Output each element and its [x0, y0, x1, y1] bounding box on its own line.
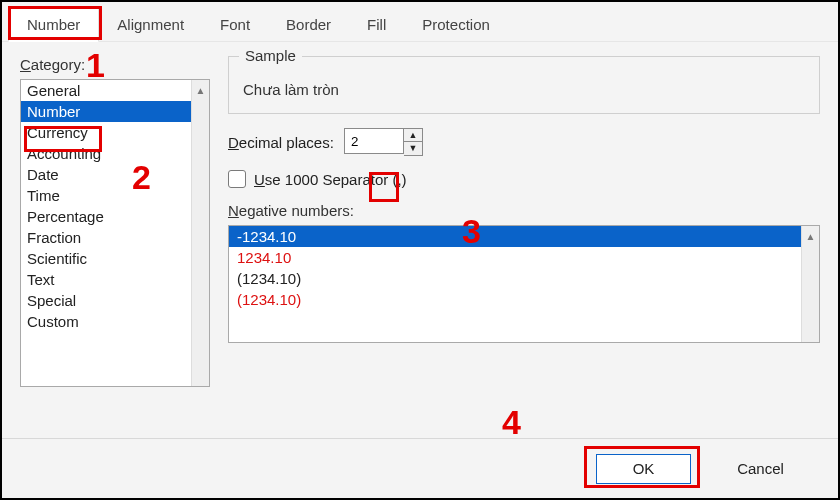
decimal-places-row: Decimal places: ▲ ▼	[228, 128, 820, 156]
negative-item-1[interactable]: 1234.10	[229, 247, 801, 268]
category-item-currency[interactable]: Currency	[21, 122, 191, 143]
negative-numbers-label: Negative numbers:	[228, 202, 820, 219]
decimal-places-label: Decimal places:	[228, 134, 334, 151]
thousand-separator-checkbox[interactable]	[228, 170, 246, 188]
spinner-up-icon[interactable]: ▲	[404, 129, 422, 142]
negative-numbers-listbox[interactable]: -1234.10 1234.10 (1234.10) (1234.10) ▲	[228, 225, 820, 343]
cancel-button[interactable]: Cancel	[713, 454, 808, 484]
decimal-places-input[interactable]	[344, 128, 404, 154]
category-item-text[interactable]: Text	[21, 269, 191, 290]
negative-scrollbar[interactable]: ▲	[801, 226, 819, 342]
spinner-down-icon[interactable]: ▼	[404, 142, 422, 155]
number-options-panel: Sample Chưa làm tròn Decimal places: ▲ ▼	[228, 56, 820, 422]
ok-button[interactable]: OK	[596, 454, 691, 484]
category-item-time[interactable]: Time	[21, 185, 191, 206]
dialog-footer: OK Cancel	[2, 438, 838, 498]
thousand-separator-label: Use 1000 Separator (,)	[254, 171, 407, 188]
tab-border[interactable]: Border	[268, 8, 349, 41]
negative-item-3[interactable]: (1234.10)	[229, 289, 801, 310]
dialog-content: Category: General Number Currency Accoun…	[2, 42, 838, 422]
negative-numbers-section: Negative numbers: -1234.10 1234.10 (1234…	[228, 202, 820, 343]
category-listbox[interactable]: General Number Currency Accounting Date …	[20, 79, 210, 387]
category-item-scientific[interactable]: Scientific	[21, 248, 191, 269]
category-item-date[interactable]: Date	[21, 164, 191, 185]
category-item-custom[interactable]: Custom	[21, 311, 191, 332]
category-item-percentage[interactable]: Percentage	[21, 206, 191, 227]
tab-alignment[interactable]: Alignment	[99, 8, 202, 41]
category-item-accounting[interactable]: Accounting	[21, 143, 191, 164]
tab-number[interactable]: Number	[8, 7, 99, 42]
sample-value: Chưa làm tròn	[243, 81, 805, 99]
category-panel: Category: General Number Currency Accoun…	[20, 56, 210, 422]
category-scrollbar[interactable]: ▲	[191, 80, 209, 386]
decimal-places-spinner[interactable]: ▲ ▼	[344, 128, 423, 156]
tab-fill[interactable]: Fill	[349, 8, 404, 41]
negative-item-0[interactable]: -1234.10	[229, 226, 801, 247]
format-cells-dialog: Number Alignment Font Border Fill Protec…	[0, 0, 840, 500]
dialog-tabs: Number Alignment Font Border Fill Protec…	[2, 2, 838, 42]
tab-protection[interactable]: Protection	[404, 8, 508, 41]
negative-item-2[interactable]: (1234.10)	[229, 268, 801, 289]
scroll-up-icon[interactable]: ▲	[192, 80, 209, 100]
scroll-up-icon[interactable]: ▲	[802, 226, 819, 246]
thousand-separator-row: Use 1000 Separator (,)	[228, 170, 820, 188]
category-item-special[interactable]: Special	[21, 290, 191, 311]
tab-font[interactable]: Font	[202, 8, 268, 41]
category-item-general[interactable]: General	[21, 80, 191, 101]
sample-group: Sample Chưa làm tròn	[228, 56, 820, 114]
category-item-number[interactable]: Number	[21, 101, 191, 122]
category-item-fraction[interactable]: Fraction	[21, 227, 191, 248]
sample-legend: Sample	[239, 47, 302, 64]
category-label: Category:	[20, 56, 210, 73]
